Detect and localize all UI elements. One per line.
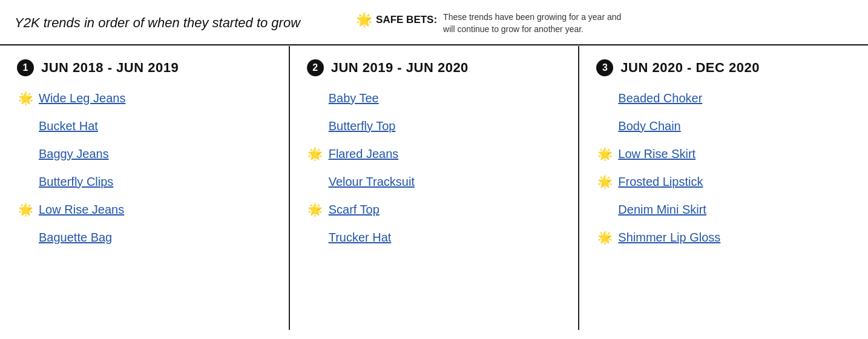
column-1-date-range: JUN 2018 - JUN 2019 (41, 60, 179, 76)
safe-bet-star-icon: 🌟 (596, 146, 613, 161)
safe-bet-star-icon: 🌟 (17, 202, 34, 217)
list-item: 🌟Body Chain (596, 115, 851, 137)
safe-bet-star-icon: 🌟 (307, 202, 324, 217)
list-item: 🌟Frosted Lipstick (596, 171, 851, 193)
list-item: 🌟Butterfly Clips (17, 171, 272, 193)
trend-link[interactable]: Frosted Lipstick (618, 174, 703, 189)
columns-container: 1JUN 2018 - JUN 2019🌟Wide Leg Jeans🌟Buck… (0, 45, 868, 330)
list-item: 🌟Shimmer Lip Gloss (596, 226, 851, 248)
column-2-header: 2JUN 2019 - JUN 2020 (307, 59, 562, 76)
trend-link[interactable]: Bucket Hat (39, 118, 98, 134)
trend-link[interactable]: Beaded Choker (618, 90, 702, 106)
page-title: Y2K trends in order of when they started… (15, 15, 300, 31)
safe-bets-description: These trends have been growing for a yea… (443, 11, 625, 36)
column-3-header: 3JUN 2020 - DEC 2020 (596, 59, 851, 76)
safe-bet-star-icon: 🌟 (596, 230, 613, 245)
trend-link[interactable]: Denim Mini Skirt (618, 202, 706, 217)
page-header: Y2K trends in order of when they started… (0, 0, 868, 45)
trend-link[interactable]: Baby Tee (329, 90, 379, 106)
list-item: 🌟Low Rise Jeans (17, 199, 272, 220)
trend-link[interactable]: Trucker Hat (329, 229, 392, 245)
list-item: 🌟Baggy Jeans (17, 143, 272, 165)
list-item: 🌟Beaded Choker (596, 87, 851, 109)
list-item: 🌟Wide Leg Jeans (17, 87, 272, 109)
list-item: 🌟Trucker Hat (307, 226, 562, 248)
trend-link[interactable]: Butterfly Clips (39, 174, 113, 189)
column-3-number: 3 (596, 59, 613, 76)
list-item: 🌟Velour Tracksuit (307, 171, 562, 193)
column-1: 1JUN 2018 - JUN 2019🌟Wide Leg Jeans🌟Buck… (0, 46, 290, 330)
list-item: 🌟Baguette Bag (17, 226, 272, 248)
safe-bets-section: 🌟 SAFE BETS: These trends have been grow… (356, 11, 625, 36)
list-item: 🌟Flared Jeans (307, 143, 562, 165)
list-item: 🌟Scarf Top (307, 199, 562, 220)
column-3-date-range: JUN 2020 - DEC 2020 (620, 60, 760, 76)
trend-link[interactable]: Shimmer Lip Gloss (618, 229, 720, 245)
trend-link[interactable]: Velour Tracksuit (329, 174, 415, 189)
safe-bet-star-icon: 🌟 (307, 146, 324, 161)
column-3: 3JUN 2020 - DEC 2020🌟Beaded Choker🌟Body … (579, 46, 868, 330)
safe-bet-star-icon: 🌟 (596, 174, 613, 189)
trend-link[interactable]: Low Rise Jeans (39, 202, 124, 217)
list-item: 🌟Low Rise Skirt (596, 143, 851, 165)
list-item: 🌟Butterfly Top (307, 115, 562, 137)
safe-bets-star-icon: 🌟 (356, 12, 372, 28)
column-2-number: 2 (307, 59, 324, 76)
column-2: 2JUN 2019 - JUN 2020🌟Baby Tee🌟Butterfly … (290, 46, 580, 330)
trend-link[interactable]: Baguette Bag (39, 229, 112, 245)
safe-bet-star-icon: 🌟 (17, 91, 34, 105)
trend-link[interactable]: Flared Jeans (329, 146, 399, 162)
trend-link[interactable]: Wide Leg Jeans (39, 90, 125, 106)
column-2-date-range: JUN 2019 - JUN 2020 (331, 60, 469, 76)
list-item: 🌟Bucket Hat (17, 115, 272, 137)
trend-link[interactable]: Low Rise Skirt (618, 146, 695, 162)
column-1-header: 1JUN 2018 - JUN 2019 (17, 59, 272, 76)
trend-link[interactable]: Scarf Top (329, 202, 380, 217)
trend-link[interactable]: Butterfly Top (329, 118, 396, 134)
trend-link[interactable]: Baggy Jeans (39, 146, 109, 162)
column-1-number: 1 (17, 59, 34, 76)
trend-link[interactable]: Body Chain (618, 118, 680, 134)
list-item: 🌟Baby Tee (307, 87, 562, 109)
list-item: 🌟Denim Mini Skirt (596, 199, 851, 220)
safe-bets-label: 🌟 SAFE BETS: (356, 11, 437, 28)
